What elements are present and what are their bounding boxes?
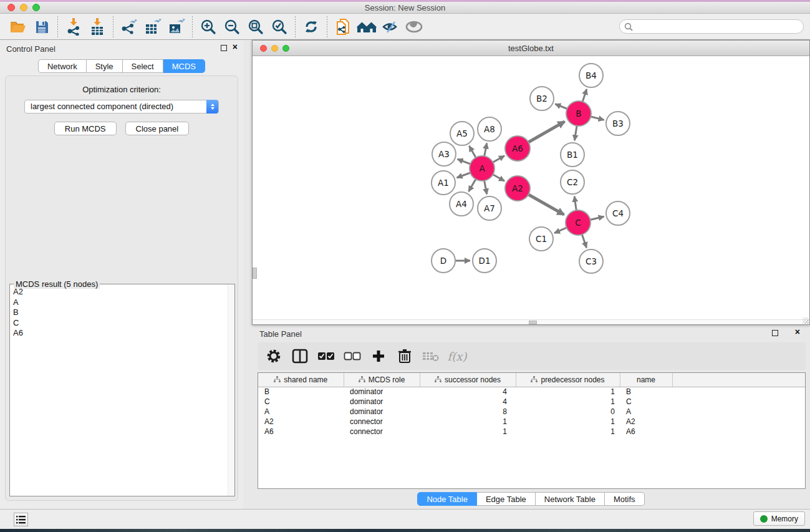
table-cell[interactable]: C xyxy=(258,397,344,407)
mcds-result-item[interactable]: B xyxy=(13,307,234,318)
horizontal-scrollbar-thumb[interactable] xyxy=(529,321,537,324)
function-builder-button[interactable]: f(x) xyxy=(448,347,466,365)
table-row[interactable]: Cdominator41C xyxy=(258,397,805,407)
table-cell[interactable]: 4 xyxy=(420,387,516,397)
add-column-button[interactable] xyxy=(370,347,387,365)
graph-node-A5[interactable]: A5 xyxy=(450,122,474,145)
table-cell[interactable]: A6 xyxy=(620,427,672,437)
open-session-button[interactable] xyxy=(7,16,29,37)
column-header-name[interactable]: name xyxy=(620,373,672,387)
column-header-shared-name[interactable]: shared name xyxy=(258,373,344,387)
table-row[interactable]: Bdominator41B xyxy=(258,387,805,397)
vertical-scrollbar-thumb[interactable] xyxy=(253,268,257,279)
graph-node-A[interactable]: A xyxy=(470,156,494,181)
graph-node-A6[interactable]: A6 xyxy=(505,136,530,161)
hide-panel-button[interactable] xyxy=(380,16,401,37)
select-all-button[interactable] xyxy=(317,347,335,365)
graph-node-B3[interactable]: B3 xyxy=(606,112,630,135)
table-cell[interactable]: 1 xyxy=(420,417,516,427)
horizontal-scrollbar[interactable] xyxy=(253,319,809,324)
network-graph[interactable]: B4B2BB3A8A5A6A3B1AC2A1A2A4A7C4CC1DD1C3 xyxy=(253,56,808,319)
float-panel-icon[interactable] xyxy=(772,330,778,336)
table-cell[interactable]: 4 xyxy=(420,397,516,407)
memory-status-button[interactable]: Memory xyxy=(753,511,805,526)
mcds-result-item[interactable]: A xyxy=(13,297,234,308)
table-cell[interactable]: dominator xyxy=(344,397,420,407)
network-canvas[interactable]: B4B2BB3A8A5A6A3B1AC2A1A2A4A7C4CC1DD1C3 xyxy=(253,56,809,319)
graph-node-C2[interactable]: C2 xyxy=(561,170,584,194)
graph-node-A4[interactable]: A4 xyxy=(450,192,473,216)
export-image-button[interactable] xyxy=(166,16,187,37)
close-panel-button[interactable]: Close panel xyxy=(125,122,190,135)
tab-network[interactable]: Network xyxy=(38,59,87,73)
tab-select[interactable]: Select xyxy=(123,59,163,73)
tab-edge-table[interactable]: Edge Table xyxy=(477,492,536,506)
zoom-selected-button[interactable] xyxy=(269,16,290,37)
delete-table-button[interactable] xyxy=(422,347,440,365)
table-cell[interactable]: 1 xyxy=(420,427,516,437)
table-cell[interactable]: 0 xyxy=(516,407,620,417)
task-history-button[interactable] xyxy=(14,513,28,526)
table-cell[interactable]: dominator xyxy=(344,407,420,417)
zoom-fit-button[interactable] xyxy=(245,16,266,37)
export-table-button[interactable] xyxy=(142,16,163,37)
table-row[interactable]: A6connector11A6 xyxy=(258,427,805,437)
table-cell[interactable]: A xyxy=(620,407,672,417)
tab-mcds[interactable]: MCDS xyxy=(163,59,205,73)
result-list-scrollbar[interactable] xyxy=(228,284,234,496)
import-table-button[interactable] xyxy=(87,16,108,37)
search-input[interactable] xyxy=(635,21,803,32)
table-cell[interactable]: C xyxy=(620,397,672,407)
graph-node-C4[interactable]: C4 xyxy=(606,201,630,225)
table-cell[interactable]: 8 xyxy=(420,407,516,417)
table-cell[interactable]: connector xyxy=(344,417,420,427)
table-cell[interactable]: dominator xyxy=(344,387,420,397)
table-options-button[interactable] xyxy=(265,347,282,365)
graph-node-C[interactable]: C xyxy=(566,210,591,235)
graph-node-A3[interactable]: A3 xyxy=(432,142,456,166)
table-cell[interactable]: A2 xyxy=(620,417,672,427)
graph-node-C1[interactable]: C1 xyxy=(529,227,553,251)
column-header-successor-nodes[interactable]: successor nodes xyxy=(420,373,516,387)
close-panel-icon[interactable]: × xyxy=(795,327,800,336)
run-mcds-button[interactable]: Run MCDS xyxy=(54,122,117,135)
mcds-result-item[interactable]: A6 xyxy=(13,328,234,339)
table-cell[interactable]: A xyxy=(258,407,344,417)
search-box[interactable] xyxy=(619,19,804,34)
float-panel-icon[interactable] xyxy=(221,45,227,51)
export-network-button[interactable] xyxy=(118,16,140,37)
tab-node-table[interactable]: Node Table xyxy=(417,492,477,506)
graph-node-A2[interactable]: A2 xyxy=(505,176,530,201)
graph-node-D1[interactable]: D1 xyxy=(473,249,496,273)
delete-column-button[interactable] xyxy=(396,347,413,365)
table-cell[interactable]: connector xyxy=(344,427,420,437)
table-cell[interactable]: A2 xyxy=(258,417,344,427)
tab-network-table[interactable]: Network Table xyxy=(536,492,605,506)
home-pages-button[interactable] xyxy=(356,16,377,37)
tab-style[interactable]: Style xyxy=(87,59,123,73)
mcds-result-item[interactable]: C xyxy=(13,318,234,329)
tab-motifs[interactable]: Motifs xyxy=(605,492,645,506)
deselect-all-button[interactable] xyxy=(344,347,361,365)
table-cell[interactable]: 1 xyxy=(516,387,620,397)
refresh-view-button[interactable] xyxy=(301,16,322,37)
table-row[interactable]: Adominator80A xyxy=(258,407,805,417)
zoom-in-button[interactable] xyxy=(198,16,219,37)
criterion-dropdown[interactable]: largest connected component (directed) xyxy=(24,100,219,114)
graph-node-B4[interactable]: B4 xyxy=(579,64,603,87)
graph-node-B1[interactable]: B1 xyxy=(561,143,584,167)
new-network-from-selection-button[interactable] xyxy=(332,16,354,37)
close-panel-icon[interactable]: × xyxy=(233,42,238,51)
import-network-button[interactable] xyxy=(63,16,84,37)
graph-node-A7[interactable]: A7 xyxy=(478,196,501,220)
column-header-predecessor-nodes[interactable]: predecessor nodes xyxy=(516,373,620,387)
graph-node-C3[interactable]: C3 xyxy=(579,249,603,273)
graph-node-D[interactable]: D xyxy=(432,249,455,273)
table-cell[interactable]: B xyxy=(620,387,672,397)
show-panel-button[interactable] xyxy=(403,16,425,37)
zoom-out-button[interactable] xyxy=(221,16,243,37)
graph-node-A8[interactable]: A8 xyxy=(478,117,501,141)
table-cell[interactable]: A6 xyxy=(258,427,344,437)
graph-node-A1[interactable]: A1 xyxy=(432,171,455,195)
table-cell[interactable]: 1 xyxy=(516,397,620,407)
